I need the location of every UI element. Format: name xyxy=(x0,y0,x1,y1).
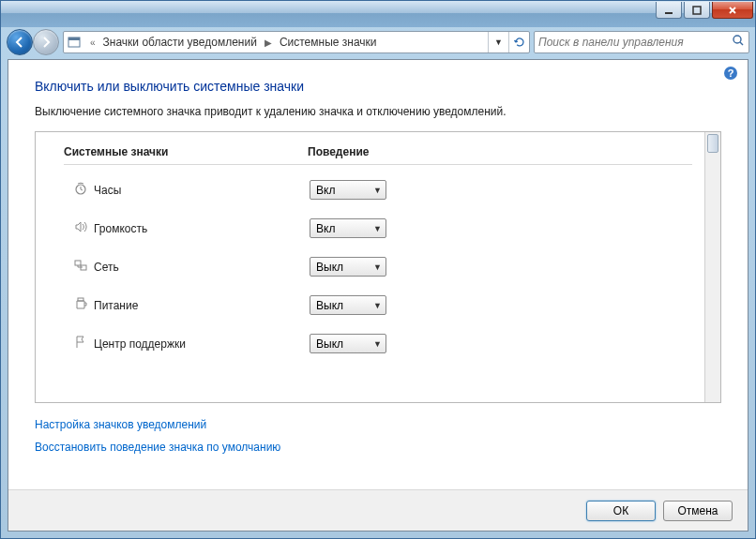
customize-icons-link[interactable]: Настройка значков уведомлений xyxy=(35,418,721,431)
help-icon[interactable]: ? xyxy=(723,66,738,81)
volume-icon xyxy=(73,219,94,237)
icons-listbox: Системные значки Поведение ЧасыВкл▼Громк… xyxy=(35,131,721,403)
column-header-behavior: Поведение xyxy=(308,145,369,158)
divider xyxy=(64,164,692,165)
address-dropdown-button[interactable]: ▼ xyxy=(488,32,508,52)
dialog-footer: ОК Отмена xyxy=(8,489,748,531)
chevron-down-icon: ▼ xyxy=(373,262,382,272)
search-box[interactable] xyxy=(534,31,749,53)
breadcrumb-label: Значки области уведомлений xyxy=(103,36,257,49)
forward-button[interactable] xyxy=(33,29,59,55)
page-description: Выключение системного значка приводит к … xyxy=(35,105,721,118)
column-header-icons: Системные значки xyxy=(64,145,308,158)
chevron-right-icon: ▶ xyxy=(261,37,276,48)
select-value: Выкл xyxy=(316,299,343,312)
icon-row: Центр поддержкиВыкл▼ xyxy=(36,324,720,363)
icon-label: Питание xyxy=(94,299,310,312)
minimize-button[interactable] xyxy=(656,2,682,19)
restore-defaults-link[interactable]: Восстановить поведение значка по умолчан… xyxy=(35,441,721,454)
page-title: Включить или выключить системные значки xyxy=(35,79,721,94)
content-pane: ? Включить или выключить системные значк… xyxy=(8,59,748,532)
flag-icon xyxy=(73,335,94,352)
breadcrumb-item-1[interactable]: Значки области уведомлений xyxy=(99,32,261,52)
chevron-down-icon: ▼ xyxy=(373,339,382,349)
svg-line-5 xyxy=(740,42,743,45)
refresh-button[interactable] xyxy=(508,32,529,52)
clock-icon xyxy=(73,181,94,199)
icon-row: ГромкостьВкл▼ xyxy=(36,209,720,247)
select-value: Выкл xyxy=(316,337,343,351)
behavior-select[interactable]: Выкл▼ xyxy=(310,295,386,315)
icon-row: ЧасыВкл▼ xyxy=(36,171,720,209)
select-value: Вкл xyxy=(316,222,335,235)
behavior-select[interactable]: Вкл▼ xyxy=(310,180,386,200)
chevron-down-icon: ▼ xyxy=(373,224,382,233)
navigation-bar: « Значки области уведомлений ▶ Системные… xyxy=(7,27,749,57)
window-frame: « Значки области уведомлений ▶ Системные… xyxy=(0,0,756,539)
address-bar[interactable]: « Значки области уведомлений ▶ Системные… xyxy=(63,31,530,53)
breadcrumb-label: Системные значки xyxy=(280,36,377,49)
search-icon[interactable] xyxy=(732,34,745,51)
behavior-select[interactable]: Выкл▼ xyxy=(310,334,386,353)
power-icon xyxy=(73,296,94,314)
search-input[interactable] xyxy=(538,36,732,49)
svg-rect-9 xyxy=(75,261,81,265)
scrollbar[interactable] xyxy=(704,132,720,402)
behavior-select[interactable]: Выкл▼ xyxy=(310,257,386,277)
breadcrumb-icon[interactable] xyxy=(64,32,86,52)
icon-row: СетьВыкл▼ xyxy=(36,247,720,286)
breadcrumb-prefix: « xyxy=(86,37,99,48)
icon-row: ПитаниеВыкл▼ xyxy=(36,286,720,324)
ok-button[interactable]: ОК xyxy=(586,501,656,521)
icon-label: Центр поддержки xyxy=(94,337,310,351)
network-icon xyxy=(73,258,94,276)
select-value: Выкл xyxy=(316,261,343,274)
svg-rect-1 xyxy=(693,7,701,14)
behavior-select[interactable]: Вкл▼ xyxy=(310,218,386,238)
svg-text:?: ? xyxy=(728,67,734,79)
scrollbar-thumb[interactable] xyxy=(707,134,718,153)
icon-label: Часы xyxy=(94,184,310,197)
svg-point-4 xyxy=(733,36,741,43)
select-value: Вкл xyxy=(316,184,335,197)
svg-rect-0 xyxy=(665,12,673,14)
chevron-down-icon: ▼ xyxy=(373,301,382,310)
back-button[interactable] xyxy=(7,29,33,55)
titlebar xyxy=(1,1,755,27)
chevron-down-icon: ▼ xyxy=(373,186,382,195)
maximize-button[interactable] xyxy=(684,2,710,19)
icon-label: Сеть xyxy=(94,261,310,274)
close-button[interactable] xyxy=(712,2,753,19)
cancel-button[interactable]: Отмена xyxy=(663,501,733,521)
icon-label: Громкость xyxy=(94,222,310,235)
svg-rect-3 xyxy=(68,37,80,40)
breadcrumb-item-2[interactable]: Системные значки xyxy=(276,32,381,52)
